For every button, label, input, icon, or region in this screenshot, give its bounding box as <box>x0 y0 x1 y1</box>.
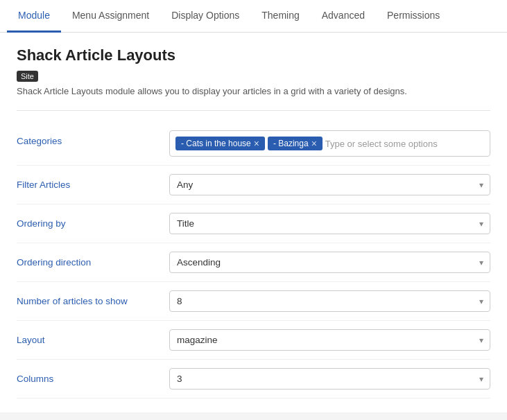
num-articles-select[interactable]: 8 <box>169 290 490 312</box>
categories-row: Categories - Cats in the house × - Bazin… <box>17 122 490 166</box>
tag-bazinga: - Bazinga × <box>268 137 323 150</box>
ordering-by-label: Ordering by <box>17 213 169 229</box>
page-description: Shack Article Layouts module allows you … <box>17 86 490 96</box>
num-articles-label: Number of articles to show <box>17 290 169 306</box>
tag-cats-remove[interactable]: × <box>254 139 259 148</box>
tab-theming[interactable]: Theming <box>250 0 310 33</box>
columns-select-wrapper: 3 <box>169 368 490 390</box>
section-divider <box>17 110 490 111</box>
tab-advanced[interactable]: Advanced <box>311 0 376 33</box>
filter-articles-control: Any <box>169 174 490 195</box>
layout-row: Layout magazine <box>17 321 490 360</box>
layout-label: Layout <box>17 329 169 345</box>
ordering-by-select[interactable]: Title <box>169 213 490 234</box>
tab-bar: Module Menu Assignment Display Options T… <box>0 0 507 33</box>
categories-control: - Cats in the house × - Bazinga × Type o… <box>169 130 490 157</box>
tag-cats: - Cats in the house × <box>175 137 265 150</box>
filter-articles-select[interactable]: Any <box>169 174 490 195</box>
ordering-direction-row: Ordering direction Ascending <box>17 243 490 282</box>
ordering-direction-control: Ascending <box>169 252 490 273</box>
ordering-direction-label: Ordering direction <box>17 252 169 268</box>
ordering-direction-select-wrapper: Ascending <box>169 252 490 273</box>
num-articles-control: 8 <box>169 290 490 312</box>
columns-row: Columns 3 <box>17 360 490 399</box>
layout-select[interactable]: magazine <box>169 329 490 351</box>
tag-bazinga-remove[interactable]: × <box>311 139 317 148</box>
tag-bazinga-text: - Bazinga <box>273 139 309 148</box>
categories-tags-input[interactable]: - Cats in the house × - Bazinga × Type o… <box>169 130 490 157</box>
layout-select-wrapper: magazine <box>169 329 490 351</box>
tab-permissions[interactable]: Permissions <box>376 0 451 33</box>
ordering-by-select-wrapper: Title <box>169 213 490 234</box>
tag-cats-text: - Cats in the house <box>181 139 251 148</box>
layout-control: magazine <box>169 329 490 351</box>
ordering-by-control: Title <box>169 213 490 234</box>
filter-articles-row: Filter Articles Any <box>17 166 490 204</box>
filter-articles-select-wrapper: Any <box>169 174 490 195</box>
tab-menu-assignment[interactable]: Menu Assignment <box>61 0 160 33</box>
columns-label: Columns <box>17 368 169 384</box>
columns-select[interactable]: 3 <box>169 368 490 390</box>
categories-placeholder: Type or select some options <box>325 139 438 149</box>
tab-module[interactable]: Module <box>7 0 61 33</box>
num-articles-row: Number of articles to show 8 <box>17 282 490 321</box>
site-badge: Site <box>17 71 38 82</box>
filter-articles-label: Filter Articles <box>17 174 169 190</box>
page-title: Shack Article Layouts <box>17 46 490 64</box>
ordering-by-row: Ordering by Title <box>17 204 490 243</box>
num-articles-select-wrapper: 8 <box>169 290 490 312</box>
main-content: Shack Article Layouts Site Shack Article… <box>0 33 507 412</box>
categories-label: Categories <box>17 130 169 146</box>
columns-control: 3 <box>169 368 490 390</box>
tab-display-options[interactable]: Display Options <box>160 0 250 33</box>
ordering-direction-select[interactable]: Ascending <box>169 252 490 273</box>
